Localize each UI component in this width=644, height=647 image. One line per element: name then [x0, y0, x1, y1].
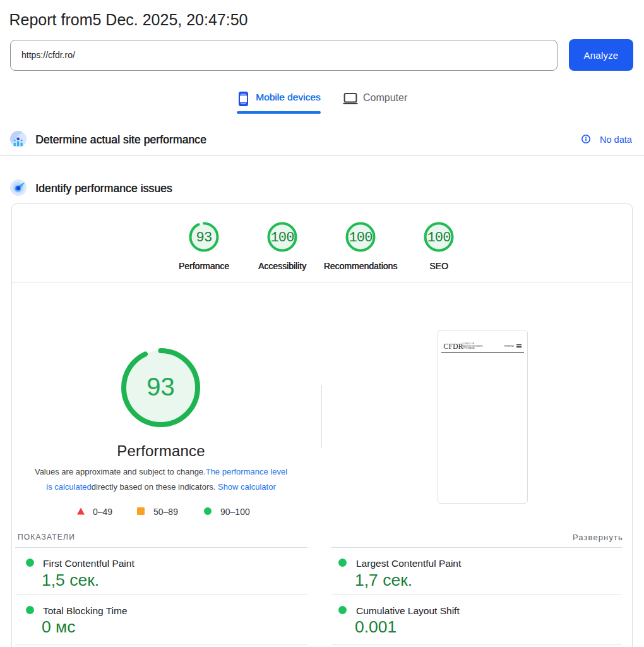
svg-text:100: 100	[270, 230, 294, 246]
svg-text:100: 100	[349, 230, 372, 246]
svg-text:93: 93	[196, 230, 212, 246]
svg-text:93: 93	[146, 373, 175, 401]
svg-text:100: 100	[427, 230, 450, 246]
